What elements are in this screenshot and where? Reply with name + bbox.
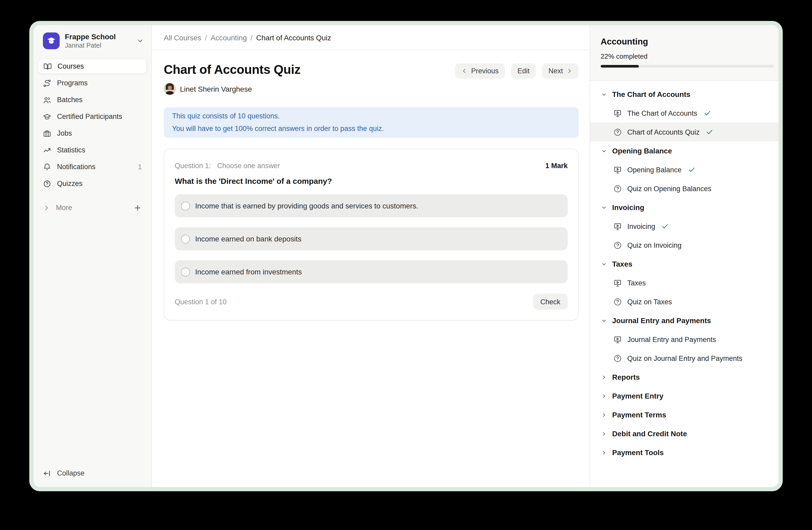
chevron-down-icon (601, 261, 607, 267)
check-button[interactable]: Check (533, 294, 568, 309)
answer-option-label: Income that is earned by providing goods… (195, 201, 418, 210)
chapter-title: Journal Entry and Payments (612, 316, 711, 325)
lesson-title: Journal Entry and Payments (627, 335, 716, 343)
lesson-row-quiz[interactable]: Quiz on Journal Entry and Payments (590, 349, 779, 368)
chapter-row[interactable]: Invoicing (590, 198, 779, 217)
lesson-title: The Chart of Accounts (627, 109, 697, 117)
workspace-switcher[interactable]: Frappe School Jannat Patel (38, 32, 147, 50)
lesson-row-quiz[interactable]: Quiz on Opening Balances (590, 179, 779, 198)
radio-button[interactable] (181, 267, 190, 276)
radio-button[interactable] (181, 201, 190, 210)
answer-option[interactable]: Income that is earned by providing goods… (175, 194, 568, 217)
page-title: Chart of Accounts Quiz (164, 62, 301, 77)
more-label: More (56, 204, 72, 212)
sidebar-item-label: Certified Participants (57, 113, 122, 121)
lesson-row-video[interactable]: The Chart of Accounts (590, 104, 779, 123)
breadcrumb: All Courses / Accounting / Chart of Acco… (152, 25, 590, 50)
lesson-row-video[interactable]: Journal Entry and Payments (590, 330, 779, 349)
chevron-right-icon (601, 374, 607, 380)
breadcrumb-current: Chart of Accounts Quiz (256, 33, 331, 42)
sidebar-item-quizzes[interactable]: Quizzes (38, 176, 147, 192)
add-button[interactable] (133, 204, 142, 212)
next-button[interactable]: Next (542, 64, 579, 79)
course-outline-panel: Accounting 22% completed The Chart of Ac… (590, 25, 779, 487)
chapter-title: The Chart of Accounts (612, 90, 690, 98)
bell-icon (43, 163, 51, 171)
sidebar-item-label: Statistics (57, 147, 85, 154)
chevron-down-icon (601, 148, 607, 154)
completed-check-icon (688, 166, 695, 173)
sidebar-item-batches[interactable]: Batches (38, 93, 147, 108)
breadcrumb-all-courses[interactable]: All Courses (164, 33, 201, 42)
banner-line-2: You will have to get 100% correct answer… (172, 123, 570, 135)
previous-button[interactable]: Previous (455, 64, 505, 79)
question-progress: Question 1 of 10 (175, 298, 227, 306)
chapter-row[interactable]: Payment Entry (590, 387, 779, 405)
chapter-row[interactable]: The Chart of Accounts (590, 85, 779, 104)
breadcrumb-accounting[interactable]: Accounting (211, 33, 247, 42)
chapter-row[interactable]: Opening Balance (590, 141, 779, 160)
breadcrumb-separator: / (251, 33, 253, 42)
graduation-cap-icon (43, 113, 51, 121)
chapter-row[interactable]: Payment Terms (590, 405, 779, 424)
sidebar-collapse-button[interactable]: Collapse (38, 465, 147, 481)
lesson-row-video[interactable]: Opening Balance (590, 160, 779, 179)
chapter-title: Taxes (612, 260, 632, 268)
chapter-row[interactable]: Reports (590, 368, 779, 387)
video-lesson-icon (613, 109, 622, 117)
lesson-row-quiz[interactable]: Quiz on Invoicing (590, 236, 779, 254)
main-column: All Courses / Accounting / Chart of Acco… (152, 25, 590, 487)
user-name: Jannat Patel (65, 42, 116, 50)
video-lesson-icon (613, 335, 622, 344)
sidebar-item-label: Notifications (57, 163, 96, 171)
chevron-down-icon (136, 37, 144, 44)
lesson-row-video[interactable]: Taxes (590, 274, 779, 292)
screenshot-canvas: Frappe School Jannat Patel Courses (0, 0, 812, 530)
lesson-row-quiz[interactable]: Chart of Accounts Quiz (590, 123, 779, 141)
users-icon (43, 96, 51, 104)
quiz-icon (613, 127, 622, 137)
edit-button[interactable]: Edit (511, 64, 536, 79)
lesson-title: Opening Balance (627, 166, 681, 173)
lesson-title: Quiz on Taxes (627, 298, 672, 306)
sidebar-item-certified-participants[interactable]: Certified Participants (38, 109, 147, 124)
lesson-title: Taxes (627, 279, 646, 287)
sidebar-item-label: Batches (57, 96, 83, 104)
chevron-right-icon (43, 204, 50, 212)
sidebar-item-programs[interactable]: Programs (38, 76, 147, 91)
question-marks: 1 Mark (545, 162, 568, 170)
chapter-row[interactable]: Debit and Credit Note (590, 424, 779, 443)
course-progress-bar (600, 65, 774, 68)
sidebar-more[interactable]: More (38, 200, 147, 215)
sidebar-item-jobs[interactable]: Jobs (38, 126, 147, 141)
question-instruction: Choose one answer (217, 162, 280, 170)
chevron-left-icon (462, 68, 467, 74)
sidebar-item-courses[interactable]: Courses (38, 59, 147, 74)
chapter-row[interactable]: Payment Tools (590, 443, 779, 462)
radio-button[interactable] (181, 234, 190, 243)
author-name: Linet Sherin Varghese (180, 85, 252, 93)
route-icon (43, 79, 51, 87)
lesson-row-quiz[interactable]: Quiz on Taxes (590, 292, 779, 311)
lesson-title: Chart of Accounts Quiz (627, 128, 699, 136)
course-completed-label: 22% completed (600, 52, 774, 60)
sidebar-item-label: Programs (57, 79, 88, 87)
sidebar-item-statistics[interactable]: Statistics (38, 143, 147, 158)
chapter-row[interactable]: Journal Entry and Payments (590, 311, 779, 330)
quiz-icon (613, 241, 622, 250)
completed-check-icon (704, 110, 711, 117)
chevron-right-icon (601, 393, 607, 399)
lesson-row-video[interactable]: Invoicing (590, 217, 779, 236)
answer-options: Income that is earned by providing goods… (175, 194, 568, 283)
answer-option[interactable]: Income earned on bank deposits (175, 227, 568, 250)
answer-option-label: Income earned on bank deposits (195, 235, 301, 243)
chevron-down-icon (601, 318, 607, 323)
app-window: Frappe School Jannat Patel Courses (29, 21, 783, 491)
lesson-title: Quiz on Invoicing (627, 241, 681, 249)
answer-option[interactable]: Income earned from investments (175, 260, 568, 283)
banner-line-1: This quiz consists of 10 questions. (172, 110, 570, 123)
question-text: What is the 'Direct Income' of a company… (175, 177, 568, 185)
chapter-row[interactable]: Taxes (590, 254, 779, 274)
quiz-info-banner: This quiz consists of 10 questions. You … (164, 107, 579, 138)
sidebar-item-notifications[interactable]: Notifications 1 (38, 159, 147, 175)
